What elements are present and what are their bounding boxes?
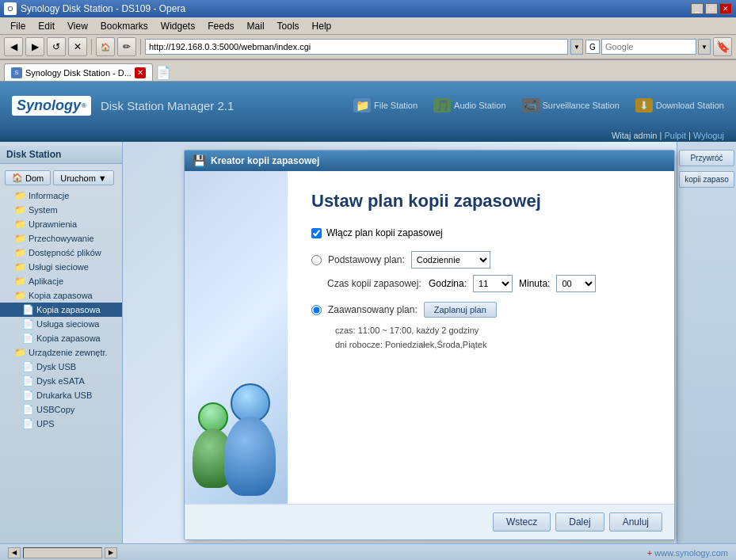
window-title: Synology Disk Station - DS109 - Opera [21, 3, 185, 14]
menu-widgets[interactable]: Widgets [154, 19, 201, 33]
sidebar-item-label: System [29, 205, 58, 215]
greeting: Witaj [612, 131, 631, 140]
sidebar-item-aplikacje[interactable]: 📁 Aplikacje [0, 274, 122, 288]
forward-btn[interactable]: ▶ [25, 37, 44, 56]
stop-btn[interactable]: ✕ [68, 37, 87, 56]
menu-edit[interactable]: Edit [32, 19, 61, 33]
scroll-left-btn[interactable]: ◀ [8, 547, 21, 558]
sidebar-item-drukarka[interactable]: 📄 Drukarka USB [0, 388, 122, 402]
menu-file[interactable]: File [4, 19, 32, 33]
sidebar-item-dysk-esata[interactable]: 📄 Dysk eSATA [0, 374, 122, 388]
new-tab-btn[interactable]: 📄 [154, 63, 172, 81]
active-tab[interactable]: S Synology Disk Station - D... ✕ [4, 63, 153, 81]
sidebar-item-kopia2[interactable]: 📄 Kopia zapasowa [0, 331, 122, 345]
sidebar-item-system[interactable]: 📁 System [0, 203, 122, 217]
sidebar-item-usluga-sieciowa[interactable]: 📄 Usługa sieciowa [0, 317, 122, 331]
sidebar-item-urzadzenie[interactable]: 📁 Urządzenie zewnętr. [0, 345, 122, 360]
folder-icon: 📁 [14, 219, 26, 230]
close-btn[interactable]: ✕ [719, 3, 732, 14]
sidebar-item-kopia-active[interactable]: 📄 Kopia zapasowa [0, 303, 122, 317]
dialog-main-title: Ustaw plan kopii zapasowej [311, 191, 650, 211]
minute-label: Minuta: [519, 278, 550, 289]
page-icon: 📄 [22, 418, 34, 429]
home-btn[interactable]: 🏠 [96, 37, 115, 56]
file-station-label: File Station [374, 101, 418, 110]
nav-file-station[interactable]: 📁 File Station [353, 98, 418, 112]
separator2 [140, 39, 141, 55]
search-dropdown[interactable]: ▼ [698, 39, 711, 55]
sidebar-item-przechowywanie[interactable]: 📁 Przechowywanie [0, 231, 122, 246]
sidebar-item-usbcopy[interactable]: 📄 USBCopy [0, 402, 122, 417]
page-icon: 📄 [22, 404, 34, 415]
schedule-btn[interactable]: Zaplanuj plan [424, 302, 497, 318]
menu-tools[interactable]: Tools [271, 19, 306, 33]
nav-surveillance-station[interactable]: 📹 Surveillance Station [522, 98, 620, 112]
folder-icon: 📁 [14, 276, 26, 287]
basic-plan-label: Podstawowy plan: [328, 254, 405, 265]
menu-feeds[interactable]: Feeds [201, 19, 240, 33]
scroll-right-btn[interactable]: ▶ [105, 547, 117, 558]
edit-btn[interactable]: ✏ [117, 37, 136, 56]
scroll-track[interactable] [23, 547, 102, 558]
search-icon: G [585, 40, 600, 54]
reload-btn[interactable]: ↺ [47, 37, 66, 56]
top-actions: 🏠 Dom Uruchom ▼ [0, 167, 122, 189]
time-range: czas: 11:00 ~ 17:00, każdy 2 godziny [335, 324, 650, 338]
minute-select[interactable]: 00 [556, 275, 596, 292]
synology-logo: Synology ® Disk Station Manager 2.1 [12, 96, 234, 116]
tab-bar: S Synology Disk Station - D... ✕ 📄 [0, 60, 736, 82]
nav-download-station[interactable]: ⬇ Download Station [635, 98, 724, 112]
sidebar-item-ups[interactable]: 📄 UPS [0, 417, 122, 431]
back-btn[interactable]: Wstecz [493, 512, 551, 531]
sidebar-item-informacje[interactable]: 📁 Informacje [0, 189, 122, 203]
basic-plan-select[interactable]: Codziennie Co tydzień Co miesiąc [411, 251, 490, 269]
username: admin [634, 131, 658, 140]
file-station-icon: 📁 [353, 98, 371, 112]
advanced-plan-radio[interactable] [311, 305, 322, 315]
sidebar-item-dostepnosc[interactable]: 📁 Dostępność plików [0, 246, 122, 260]
logout-link[interactable]: Wyloguj [693, 131, 724, 140]
audio-station-icon: 🎵 [433, 98, 451, 112]
maximize-btn[interactable]: □ [705, 3, 718, 14]
nav-audio-station[interactable]: 🎵 Audio Station [433, 98, 505, 112]
window-controls[interactable]: _ □ ✕ [691, 3, 732, 14]
menu-mail[interactable]: Mail [241, 19, 271, 33]
search-input[interactable] [601, 39, 696, 55]
folder-icon: 📁 [14, 233, 26, 244]
sidebar-item-dysk-usb[interactable]: 📄 Dysk USB [0, 360, 122, 374]
bookmarks-btn[interactable]: 🔖 [713, 37, 732, 56]
backup-wizard-dialog: 💾 Kreator kopii zapasowej [184, 150, 675, 540]
back-btn[interactable]: ◀ [4, 37, 23, 56]
toolbar: ◀ ▶ ↺ ✕ 🏠 ✏ ▼ G ▼ 🔖 [0, 35, 736, 60]
tab-close-btn[interactable]: ✕ [135, 67, 146, 78]
basic-plan-radio[interactable] [311, 255, 322, 265]
sidebar-item-kopia[interactable]: 📁 Kopia zapasowa [0, 288, 122, 303]
address-input[interactable] [145, 39, 568, 55]
menu-view[interactable]: View [61, 19, 94, 33]
sidebar-item-uslugi[interactable]: 📁 Usługi sieciowe [0, 260, 122, 274]
menu-help[interactable]: Help [306, 19, 338, 33]
sidebar-item-label: Aplikacje [29, 276, 63, 286]
sidebar-item-label: Urządzenie zewnętr. [29, 348, 108, 357]
logo-box: Synology ® [12, 96, 91, 116]
title-bar: O Synology Disk Station - DS109 - Opera … [0, 0, 736, 17]
dialog-left-panel [185, 171, 288, 504]
next-btn[interactable]: Dalej [555, 512, 604, 531]
hour-select[interactable]: 11 [473, 275, 513, 292]
dialog-title-icon: 💾 [193, 154, 206, 167]
address-bar: ▼ [145, 39, 583, 55]
launch-action-btn[interactable]: Uruchom ▼ [53, 170, 114, 185]
home-action-btn[interactable]: 🏠 Dom [5, 170, 51, 185]
sidebar-item-uprawnienia[interactable]: 📁 Uprawnienia [0, 217, 122, 231]
minimize-btn[interactable]: _ [691, 3, 704, 14]
address-dropdown[interactable]: ▼ [570, 39, 583, 55]
pulpit-link[interactable]: Pulpit [664, 131, 686, 140]
folder-icon: 📁 [14, 347, 26, 358]
logo-text: Synology [17, 97, 81, 114]
menu-bookmarks[interactable]: Bookmarks [94, 19, 154, 33]
cancel-btn[interactable]: Anuluj [609, 512, 662, 531]
enable-checkbox[interactable] [311, 228, 322, 238]
dialog-body: Ustaw plan kopii zapasowej Włącz plan ko… [185, 171, 674, 504]
page-icon: 📄 [22, 375, 34, 387]
download-station-label: Download Station [656, 101, 724, 110]
